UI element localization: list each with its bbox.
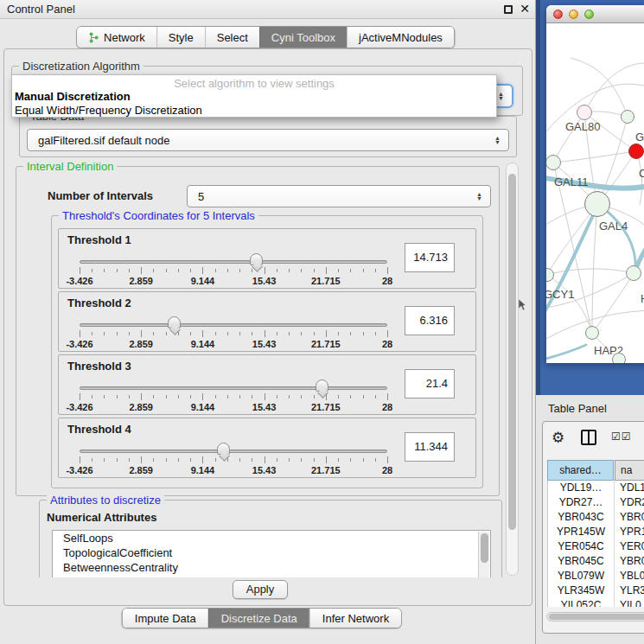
float-window-icon[interactable]	[504, 5, 513, 14]
tab-impute-data[interactable]: Impute Data	[123, 609, 208, 628]
apply-button[interactable]: Apply	[233, 580, 288, 599]
table-cell[interactable]: YER0	[615, 539, 644, 554]
list-scrollbar[interactable]	[478, 532, 489, 577]
threshold-4-slider[interactable]: -3.4262.8599.14415.4321.71528	[80, 441, 387, 477]
network-node[interactable]	[612, 353, 626, 363]
minimize-traffic-light-icon[interactable]	[569, 10, 578, 19]
threshold-3-panel: Threshold 3 -3.4262.8599.14415.4321.7152…	[58, 354, 476, 415]
number-of-intervals-label: Number of Intervals	[48, 189, 153, 202]
network-node[interactable]	[626, 265, 641, 281]
network-node-label: C	[639, 167, 644, 180]
scrollbar-thumb[interactable]	[481, 533, 488, 563]
table-cell[interactable]: YIL0	[615, 598, 644, 607]
threshold-2-value-field[interactable]: 6.316	[405, 306, 455, 335]
close-traffic-light-icon[interactable]	[553, 10, 563, 19]
slider-handle[interactable]	[168, 316, 181, 328]
tab-select[interactable]: Select	[205, 27, 259, 48]
table-row[interactable]: YBR045CYBR0	[548, 554, 644, 569]
close-icon[interactable]: ✕	[520, 2, 530, 16]
table-data-combobox[interactable]: galFiltered.sif default node ▲▼	[27, 129, 509, 151]
table-cell[interactable]: YIL052C	[548, 598, 615, 607]
threshold-1-slider[interactable]: -3.4262.8599.14415.4321.71528	[80, 252, 387, 288]
table-cell[interactable]: YBL0	[615, 569, 644, 583]
threshold-1-value-field[interactable]: 14.713	[405, 243, 455, 272]
network-node[interactable]	[584, 191, 610, 217]
network-canvas[interactable]: GAL80GACGAL11GAL4GCY1HHAP2	[546, 23, 644, 363]
table-row[interactable]: YPR145WYPR1	[548, 525, 644, 539]
tab-discretize-data[interactable]: Discretize Data	[208, 609, 309, 628]
slider-track[interactable]	[80, 450, 387, 453]
table-cell[interactable]: YER054C	[548, 539, 615, 554]
dropdown-hint: Select algorithm to view settings	[12, 75, 496, 90]
threshold-3-value-field[interactable]: 21.4	[405, 369, 455, 399]
threshold-4-value-field[interactable]: 11.344	[405, 432, 455, 462]
table-row[interactable]: YIL052CYIL0	[548, 598, 644, 607]
threshold-3-slider[interactable]: -3.4262.8599.14415.4321.71528	[80, 378, 387, 414]
tab-cyni-toolbox[interactable]: Cyni Toolbox	[259, 27, 347, 48]
threshold-2-slider[interactable]: -3.4262.8599.14415.4321.71528	[80, 315, 387, 351]
tab-jactivemnodules[interactable]: jActiveMNodules	[347, 27, 454, 48]
list-item-betweennesscentrality[interactable]: BetweennessCentrality	[53, 560, 490, 575]
number-of-intervals-combobox[interactable]: 5 ▲▼	[187, 185, 491, 207]
control-panel-titlebar: Control Panel ✕	[0, 0, 535, 19]
slider-track[interactable]	[80, 386, 387, 390]
table-cell[interactable]: YPR1	[615, 525, 644, 539]
slider-ticks	[80, 267, 387, 275]
network-node[interactable]	[628, 143, 644, 159]
table-row[interactable]: YER054CYER0	[548, 539, 644, 554]
network-node[interactable]	[621, 110, 634, 124]
slider-ticks	[80, 330, 387, 338]
table-cell[interactable]: YDR2	[615, 495, 644, 510]
zoom-traffic-light-icon[interactable]	[584, 10, 594, 19]
table-row[interactable]: YBR043CYBR0	[548, 510, 644, 525]
table-cell[interactable]: YDR27…	[548, 495, 615, 510]
table-row[interactable]: YDL19…YDL1	[548, 481, 644, 495]
table-cell[interactable]: YLR345W	[548, 583, 615, 598]
table-row[interactable]: YBL079WYBL0	[548, 569, 644, 583]
slider-handle[interactable]	[250, 253, 263, 265]
attributes-group-title: Attributes to discretize	[47, 494, 164, 507]
table-cell[interactable]: YPR145W	[548, 525, 615, 539]
table-data-group: Table Data galFiltered.sif default node …	[19, 116, 517, 157]
table-cell[interactable]: YBR0	[615, 554, 644, 569]
dropdown-item-manual-discretization[interactable]: Manual Discretization	[12, 90, 496, 104]
table-row[interactable]: YLR345WYLR3	[548, 583, 644, 598]
column-header-name[interactable]: na	[615, 460, 644, 481]
network-node[interactable]	[577, 105, 592, 120]
scrollbar-thumb[interactable]	[508, 174, 516, 530]
table-cell[interactable]: YLR3	[615, 583, 644, 598]
threshold-4-panel: Threshold 4 -3.4262.8599.14415.4321.7152…	[58, 418, 476, 478]
control-panel: Control Panel ✕ Network Style Select Cyn…	[0, 0, 536, 644]
table-cell[interactable]: YDL1	[615, 481, 644, 495]
network-node[interactable]	[585, 326, 599, 340]
slider-track[interactable]	[80, 260, 387, 264]
slider-handle[interactable]	[217, 443, 230, 455]
tab-network[interactable]: Network	[77, 27, 156, 48]
table-cell[interactable]: YBR0	[615, 510, 644, 525]
table-panel-inner: ⚙ ☑☑ shared… na YDL19…YDL1YDR27…YDR2YBR0…	[542, 421, 644, 634]
tab-style[interactable]: Style	[156, 27, 205, 48]
slider-track[interactable]	[80, 323, 387, 327]
gear-icon[interactable]: ⚙	[552, 429, 564, 447]
settings-vertical-scrollbar[interactable]	[506, 163, 519, 576]
scrollbar-thumb[interactable]	[549, 614, 644, 620]
table-cell[interactable]: YDL19…	[548, 481, 615, 495]
slider-ticks	[80, 393, 387, 401]
table-cell[interactable]: YBL079W	[548, 569, 615, 583]
dropdown-item-equal-width-frequency[interactable]: Equal Width/Frequency Discretization	[12, 104, 496, 118]
list-item-topologicalcoefficient[interactable]: TopologicalCoefficient	[53, 545, 490, 560]
tab-infer-network[interactable]: Infer Network	[309, 609, 401, 628]
split-pane-icon[interactable]	[581, 430, 596, 445]
table-row[interactable]: YDR27…YDR2	[548, 495, 644, 510]
list-item-selfloops[interactable]: SelfLoops	[53, 531, 490, 545]
select-columns-icon[interactable]: ☑☑	[611, 430, 632, 443]
table-horizontal-scrollbar[interactable]	[546, 612, 644, 622]
slider-handle[interactable]	[316, 379, 328, 392]
threshold-1-label: Threshold 1	[67, 233, 131, 246]
table-cell[interactable]: YBR043C	[548, 510, 615, 525]
mouse-cursor	[519, 299, 527, 311]
network-window: GAL80GACGAL11GAL4GCY1HHAP2	[546, 5, 644, 363]
table-cell[interactable]: YBR045C	[548, 554, 615, 569]
column-header-shared[interactable]: shared…	[547, 460, 614, 481]
network-view-frame: GAL80GACGAL11GAL4GCY1HHAP2	[536, 0, 644, 395]
